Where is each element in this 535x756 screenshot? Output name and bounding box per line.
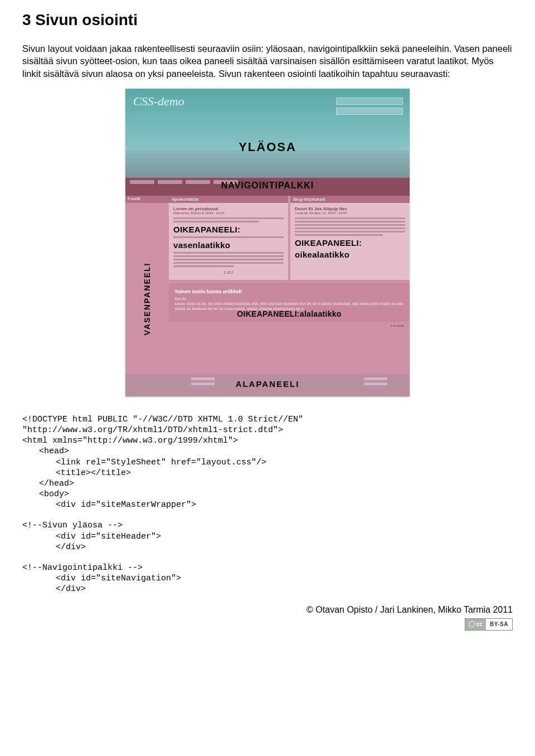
card-left-sub: Maanantai, Elokuu 8, 2010 - 14:00 — [173, 211, 284, 215]
code-line: <link rel="StyleSheet" href="layout.css"… — [22, 457, 513, 468]
page-footer: © Otavan Opisto / Jari Lankinen, Mikko T… — [22, 605, 513, 631]
label-ylaosa: YLÄOSA — [125, 140, 410, 154]
label-alapaneeli: ALAPANEELI — [125, 379, 410, 389]
ss-content: Foodit VASENPANEELI Ajankohtaista Lorem … — [125, 196, 410, 374]
code-line: <div id="siteHeader"> — [22, 531, 513, 542]
card-right-header: Blogi kirjoitukset — [290, 196, 410, 203]
code-block: <!DOCTYPE html PUBLIC "-//W3C//DTD XHTML… — [22, 414, 513, 511]
bottom-readmore: Lue lisää — [391, 324, 404, 327]
label-oikeapaneeli-left-1: OIKEAPANEELI: — [173, 225, 284, 234]
ss-top-row: Ajankohtaista Lorem on perustunut Maanan… — [169, 196, 410, 280]
cc-badge: cc BY-SA — [465, 618, 513, 631]
ss-card-right: Blogi kirjoitukset Docet Et Jus Aliquip … — [290, 196, 410, 280]
card-right-sub: Lauantai, Elmikuu 12, 2010 - 10:43 — [295, 211, 405, 215]
card-left-title: Lorem on perustunut — [173, 206, 284, 211]
card-left-page: 1 of 2 — [173, 270, 284, 274]
ss-footer: ALAPANEELI — [125, 374, 410, 396]
label-vasenlaatikko: vasenlaatikko — [173, 240, 284, 250]
ss-left-panel: Foodit VASENPANEELI — [125, 196, 169, 374]
code-line: </div> — [22, 542, 513, 553]
card-left-header: Ajankohtaista — [169, 196, 288, 203]
cc-by-sa: BY-SA — [486, 619, 512, 630]
code-line: "http://www.w3.org/TR/xhtml1/DTD/xhtml1-… — [22, 425, 283, 435]
label-oikeapaneeli-right-1: OIKEAPANEELI: — [295, 238, 405, 248]
ss-nav: NAVIGOINTIPALKKI — [125, 178, 410, 196]
code-comment: <!--Sivun yläosa --> — [22, 521, 123, 530]
code-line: <div id="siteNavigation"> — [22, 573, 513, 584]
layout-screenshot: CSS-demo YLÄOSA NAVIGOINTIPALKKI Foodit … — [125, 89, 410, 396]
label-oikealaatikko: oikealaatikko — [295, 250, 405, 259]
code-line: <body> — [22, 489, 513, 500]
ss-left-header: Foodit — [125, 196, 169, 203]
cc-text: cc — [476, 621, 483, 627]
ss-header: CSS-demo YLÄOSA — [125, 89, 410, 178]
screenshot-figure: CSS-demo YLÄOSA NAVIGOINTIPALKKI Foodit … — [22, 89, 513, 396]
code-line: <!DOCTYPE html PUBLIC "-//W3C//DTD XHTML… — [22, 415, 303, 424]
label-alalaatikko: OIKEAPANEELI:alalaatikko — [169, 309, 410, 318]
cc-icon: cc — [465, 619, 486, 630]
ss-card-left: Ajankohtaista Lorem on perustunut Maanan… — [169, 196, 288, 280]
code-block-3: <!--Navigointipalkki --> <div id="siteNa… — [22, 563, 513, 595]
label-nav: NAVIGOINTIPALKKI — [125, 181, 410, 191]
label-vasenpaneeli: VASENPANEELI — [143, 263, 152, 336]
code-block-2: <!--Sivun yläosa --> <div id="siteHeader… — [22, 520, 513, 553]
ss-login-fields — [336, 98, 403, 118]
code-line: <html xmlns="http://www.w3.org/1999/xhtm… — [22, 436, 238, 445]
code-line: <head> — [22, 446, 513, 457]
footer-credit: © Otavan Opisto / Jari Lankinen, Mikko T… — [22, 605, 513, 615]
code-line: </head> — [22, 478, 513, 489]
section-heading: 3 Sivun osiointi — [22, 11, 513, 29]
ss-right-panel: Ajankohtaista Lorem on perustunut Maanan… — [169, 196, 410, 374]
ss-bottom-box: Toinen testin luoma artikkeli aaa aaaaaa… — [169, 283, 410, 321]
intro-paragraph: Sivun layout voidaan jakaa rakenteellise… — [22, 42, 513, 80]
code-line: <div id="siteMasterWrapper"> — [22, 500, 513, 510]
code-line: </div> — [22, 584, 513, 594]
card-right-title: Docet Et Jus Aliquip Nec — [295, 206, 405, 211]
code-line: <title></title> — [22, 468, 513, 478]
code-comment: <!--Navigointipalkki --> — [22, 563, 143, 573]
bottom-title: Toinen testin luoma artikkeli — [174, 289, 404, 294]
